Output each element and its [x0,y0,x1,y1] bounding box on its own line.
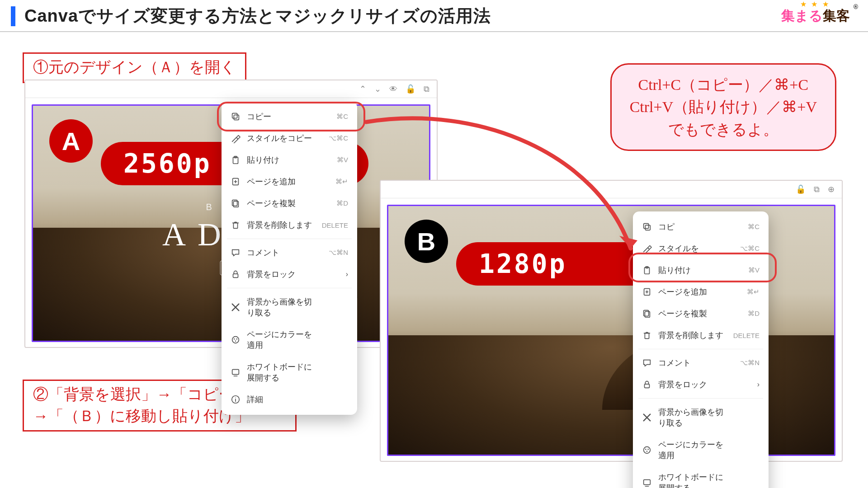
duplicate-icon[interactable]: ⧉ [814,185,820,194]
logo-stars-icon: ★ ★ ★ [781,0,850,8]
color-icon [642,445,652,455]
menu-item-shortcut: ⌘D [324,199,348,207]
logo-text-1: 集まる [781,8,823,23]
menu-b-item-comment[interactable]: コメント⌥⌘N [633,352,769,374]
menu-b-item-paste[interactable]: 貼り付け⌘V [633,259,769,281]
menu-item-label: コピ [658,221,729,232]
svg-rect-30 [645,384,650,388]
menu-item-label: ページを追加 [658,286,729,297]
svg-rect-20 [645,225,650,230]
registered-mark-icon: ® [854,3,858,10]
menu-item-shortcut: ⌥⌘N [735,359,760,367]
design-b-screenshot: 🔓 ⧉ ⊕ B 1280p x [380,180,843,462]
tip-line1: Ctrl+C（コピー）／⌘+C [630,74,817,96]
svg-point-32 [645,449,646,450]
menu-item-label: 背景を削除します [658,330,727,341]
page-dup-icon [642,309,652,319]
menu-b-item-color[interactable]: ページにカラーを適用 [633,434,769,466]
menu-b-item-whiteboard[interactable]: ホワイトボードに展開する [633,466,769,488]
canvas-toolbar-a: ⌃ ⌄ 👁 🔓 ⧉ [25,80,437,98]
menu-separator [227,288,352,288]
svg-point-31 [644,447,651,454]
menu-a-item-page-add[interactable]: ページを追加⌘↵ [222,171,357,192]
svg-point-11 [232,337,239,343]
svg-rect-9 [233,223,237,228]
page-add-icon [231,177,241,187]
menu-item-label: ページを追加 [247,176,317,187]
menu-item-label: 貼り付け [658,265,729,276]
menu-a-item-color[interactable]: ページにカラーを適用 [222,324,357,356]
page-add-icon [642,287,652,297]
menu-a-item-copy[interactable]: コピー⌘C [222,106,357,127]
badge-a: A [49,119,93,163]
caret-up-icon[interactable]: ⌃ [359,84,366,94]
svg-point-34 [646,450,648,452]
svg-point-14 [235,340,236,342]
menu-item-label: 背景から画像を切り取る [658,407,729,428]
menu-b-item-trash[interactable]: 背景を削除しますDELETE [633,324,769,346]
menu-item-shortcut: ⌥⌘N [324,249,348,257]
step1-callout: ①元のデザイン（Ａ）を開く [23,52,246,83]
menu-b-item-page-add[interactable]: ページを追加⌘↵ [633,281,769,303]
menu-item-label: ページを複製 [658,308,729,319]
whiteboard-icon [642,478,652,488]
menu-a-item-page-dup[interactable]: ページを複製⌘D [222,192,357,214]
menu-a-item-lock[interactable]: 背景をロック› [222,263,357,285]
svg-rect-0 [234,115,239,120]
paste-icon [231,155,241,165]
whiteboard-icon [231,367,241,377]
menu-item-label: ホワイトボードに展開する [658,472,729,488]
menu-item-label: 背景をロック [247,269,340,280]
info-icon [231,394,241,404]
menu-a-item-trash[interactable]: 背景を削除しますDELETE [222,214,357,236]
tip-line2: Ctrl+V（貼り付け）／⌘+V [630,96,817,118]
menu-a-item-info[interactable]: 詳細 [222,389,357,410]
menu-item-shortcut: ⌥⌘C [324,134,348,142]
menu-separator [638,349,763,349]
svg-point-33 [647,449,649,450]
menu-separator [638,398,763,399]
menu-b-item-style[interactable]: スタイルを⌥⌘C [633,238,769,259]
badge-b: B [405,220,448,263]
title-row: Canvaでサイズ変更する方法とマジックリサイズの活用法 [11,5,491,28]
menu-item-shortcut: ⌘↵ [324,178,348,186]
menu-b-item-detach[interactable]: 背景から画像を切り取る [633,401,769,434]
menu-item-shortcut: ⌘C [735,223,760,231]
menu-item-label: ページを複製 [247,198,317,209]
menu-item-shortcut: DELETE [733,332,760,339]
lock-icon[interactable]: 🔓 [796,184,806,194]
menu-a-item-paste[interactable]: 貼り付け⌘V [222,149,357,171]
menu-a-item-detach[interactable]: 背景から画像を切り取る [222,291,357,324]
page-title: Canvaでサイズ変更する方法とマジックリサイズの活用法 [24,5,491,28]
svg-rect-15 [232,370,239,375]
menu-a-item-comment[interactable]: コメント⌥⌘N [222,242,357,263]
page-dup-icon [231,198,241,208]
duplicate-icon[interactable]: ⧉ [424,84,429,94]
menu-b-item-page-dup[interactable]: ページを複製⌘D [633,303,769,324]
svg-rect-8 [232,200,237,206]
svg-point-19 [235,397,236,398]
title-accent-bar [11,6,15,26]
copy-icon [642,222,652,232]
menu-a-item-style[interactable]: スタイルをコピー⌥⌘C [222,127,357,149]
add-page-icon[interactable]: ⊕ [828,184,835,194]
menu-item-label: スタイルを [658,243,729,254]
brand-logo: ★ ★ ★ 集まる集客 ® [781,7,850,25]
svg-rect-29 [645,333,649,338]
menu-b-item-copy[interactable]: コピ⌘C [633,216,769,238]
logo-text-2: 集客 [823,8,850,23]
menu-item-shortcut: ⌘V [735,266,760,274]
menu-b-item-lock[interactable]: 背景をロック› [633,374,769,395]
menu-item-label: スタイルをコピー [247,133,317,144]
lock-icon [231,269,241,279]
style-icon [642,244,652,253]
menu-a-item-whiteboard[interactable]: ホワイトボードに展開する [222,356,357,389]
eye-icon[interactable]: 👁 [389,84,397,94]
menu-item-label: ページにカラーを適用 [247,329,317,351]
menu-item-label: 背景をロック [658,379,751,390]
lock-icon[interactable]: 🔓 [406,84,415,94]
caret-down-icon[interactable]: ⌄ [374,84,381,94]
svg-rect-27 [645,311,650,317]
menu-item-shortcut: ⌘V [324,156,348,164]
menu-item-shortcut: ⌘↵ [735,288,760,296]
